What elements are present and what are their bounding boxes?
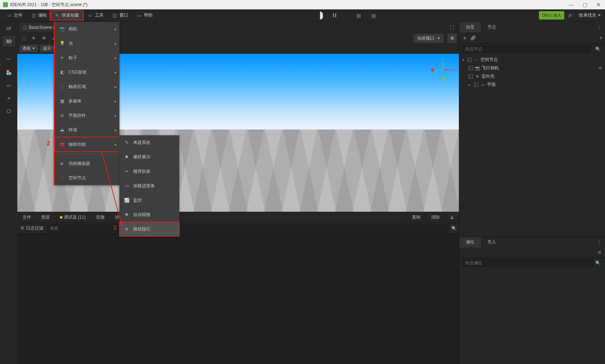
rp-menu-icon[interactable]: ≡ bbox=[600, 35, 602, 40]
rp-tab-prop[interactable]: 属性 bbox=[459, 237, 481, 247]
menu-edit[interactable]: ◫编辑 bbox=[27, 10, 51, 20]
menu-tools[interactable]: ▭工具 bbox=[83, 10, 108, 20]
effect-priority-dropdown[interactable]: 效果优先 bbox=[577, 12, 603, 18]
camera-icon: 📷 bbox=[59, 26, 65, 31]
menu-camera[interactable]: 📷相机▸ bbox=[55, 22, 119, 36]
prop-filter-input[interactable] bbox=[462, 259, 594, 267]
capture2-button[interactable]: ▦ bbox=[371, 13, 376, 18]
chevron-down-icon bbox=[32, 48, 35, 49]
tree-camera[interactable]: 📷飞行相机⚙ bbox=[461, 64, 603, 72]
menu-env[interactable]: ⛰环境▸ bbox=[55, 123, 119, 137]
sub-monitor[interactable]: 📈监控 bbox=[119, 193, 179, 207]
menu-csg[interactable]: ◧CSG形状▸ bbox=[55, 65, 119, 79]
rp-more[interactable]: ⋮ bbox=[593, 25, 605, 30]
scene-tree: ▾○空间节点 📷飞行相机⚙ ☀定向光 ▸▱平面 bbox=[459, 54, 605, 141]
link-icon[interactable]: ⚙ bbox=[598, 66, 602, 71]
sub-progress-label: 加载进度条 bbox=[133, 183, 155, 189]
menu-help[interactable]: ▭帮助 bbox=[132, 10, 157, 20]
menu-particles[interactable]: ✶粒子▸ bbox=[55, 51, 119, 65]
rp-nodes-label: 节点 bbox=[487, 24, 496, 30]
tree-root[interactable]: ▾○空间节点 bbox=[461, 56, 603, 64]
sub-exam[interactable]: ✎考题系统 bbox=[119, 135, 179, 150]
menu-file-label: 文件 bbox=[14, 12, 22, 18]
search-icon[interactable]: 🔍 bbox=[594, 260, 602, 266]
menu-file[interactable]: ▭文件 bbox=[2, 10, 27, 20]
exam-icon: ✎ bbox=[124, 140, 130, 145]
checkbox-icon[interactable] bbox=[468, 58, 472, 62]
menu-spatial[interactable]: ○空间节点 bbox=[55, 171, 119, 185]
menu-particles-label: 粒子 bbox=[69, 55, 77, 61]
rp-tab-nodes[interactable]: 节点 bbox=[481, 22, 503, 32]
rail-monitor-icon[interactable]: 🖵 bbox=[2, 106, 15, 117]
menu-widget[interactable]: ◎平面控件▸ bbox=[55, 108, 119, 123]
pause-button[interactable] bbox=[333, 13, 336, 17]
window-maximize[interactable]: ▢ bbox=[581, 2, 588, 8]
rp-tab-scene[interactable]: 场景 bbox=[459, 22, 481, 32]
capture1-button[interactable]: ▦ bbox=[356, 13, 361, 18]
bp-clear[interactable]: 清除 bbox=[426, 214, 445, 220]
select-tool[interactable]: ⬚ bbox=[19, 34, 27, 42]
menu-aux-label: 辅助功能 bbox=[69, 141, 86, 148]
fullscreen-icon[interactable]: ⛶ bbox=[447, 23, 457, 31]
menu-multimedia[interactable]: ▦多媒体▸ bbox=[55, 94, 119, 108]
search-icon[interactable]: 🔍 bbox=[594, 47, 602, 52]
checkbox-icon[interactable] bbox=[469, 66, 473, 70]
bp-tab-audio[interactable]: 音频 bbox=[91, 212, 110, 223]
move-tool[interactable]: ✥ bbox=[30, 34, 38, 42]
sub-explode[interactable]: ✹爆炸展示 bbox=[119, 150, 179, 164]
rail-store-icon[interactable]: 🏪 bbox=[2, 67, 15, 78]
warn-dot-icon bbox=[60, 216, 62, 219]
viewport-settings[interactable]: ⚙ bbox=[447, 34, 457, 43]
create-icon: ✎ bbox=[54, 13, 60, 18]
rp-tab-import[interactable]: 导入 bbox=[481, 237, 503, 247]
sub-progress[interactable]: ▭加载进度条 bbox=[119, 179, 179, 193]
grad-cap-icon[interactable]: 🎓 bbox=[568, 13, 573, 18]
viewport-dropdown[interactable]: 当前视口 bbox=[413, 34, 444, 43]
monitor-icon: 📈 bbox=[124, 198, 130, 203]
prop-settings-icon[interactable]: ⚙ bbox=[597, 250, 601, 255]
rail-ui[interactable]: UI bbox=[2, 23, 15, 34]
bp-tab-file[interactable]: 文件 bbox=[17, 212, 36, 223]
scene-tab-1[interactable]: BasicScene.s bbox=[19, 23, 59, 32]
window-close[interactable]: ✕ bbox=[595, 2, 602, 8]
rp-prop-more[interactable]: ⋮ bbox=[593, 240, 605, 245]
perspective-dropdown[interactable]: 透视 bbox=[19, 45, 38, 52]
pause-icon bbox=[333, 13, 336, 17]
chevron-right-icon: ▸ bbox=[115, 128, 117, 132]
add-node-button[interactable]: ＋ bbox=[462, 35, 468, 41]
scene-filter-input[interactable] bbox=[462, 45, 591, 53]
bp-tab-resource[interactable]: 资源 bbox=[36, 212, 55, 223]
window-minimize[interactable]: — bbox=[567, 2, 575, 8]
sub-waypoint[interactable]: ≋路径指引 bbox=[119, 222, 179, 236]
menu-trigger[interactable]: ◌触发区域▸ bbox=[55, 79, 119, 94]
search-icon[interactable]: 🔍 bbox=[449, 226, 459, 231]
annotation-3: 3 bbox=[113, 225, 117, 231]
menu-quick-create[interactable]: ✎快速创建 bbox=[50, 10, 83, 20]
rail-export-icon[interactable]: ↗ bbox=[2, 93, 15, 104]
tree-plane[interactable]: ▸▱平面 bbox=[461, 80, 603, 89]
sub-explode-label: 爆炸展示 bbox=[133, 154, 150, 160]
menu-window[interactable]: ◫窗口 bbox=[108, 10, 132, 20]
bp-tab-debugger[interactable]: 调试器 (11) bbox=[55, 212, 91, 223]
checkbox-icon[interactable] bbox=[469, 74, 473, 79]
tree-light[interactable]: ☀定向光 bbox=[461, 72, 603, 80]
log-search-input[interactable] bbox=[47, 224, 449, 233]
checkbox-icon[interactable] bbox=[474, 83, 478, 87]
rail-card-icon[interactable]: ▭ bbox=[2, 80, 15, 91]
menu-anim-player[interactable]: ▶动画播放器 bbox=[55, 156, 119, 171]
rail-curve-icon[interactable]: 〰 bbox=[2, 54, 15, 65]
bp-collapse[interactable]: ⇊ bbox=[445, 215, 459, 220]
menu-aux[interactable]: 🧰辅助功能▸ bbox=[55, 137, 119, 152]
log-filter-button[interactable]: ∇日志过滤 bbox=[17, 225, 47, 231]
bp-copy[interactable]: 复制 bbox=[407, 214, 426, 220]
play-button[interactable] bbox=[320, 13, 323, 18]
link-node-button[interactable]: 🔗 bbox=[470, 35, 476, 40]
rail-3d[interactable]: 3D bbox=[2, 36, 15, 47]
viewport-gizmo[interactable] bbox=[433, 62, 453, 82]
bp-resource-label: 资源 bbox=[41, 214, 50, 220]
sub-autofollow[interactable]: ✥自动跟随 bbox=[119, 207, 179, 222]
display-label: 显示 bbox=[43, 46, 51, 51]
sub-seq[interactable]: ✂顺序拆装 bbox=[119, 164, 179, 179]
menu-light[interactable]: 💡光▸ bbox=[55, 36, 119, 51]
rotate-tool[interactable]: ⟲ bbox=[40, 34, 48, 42]
